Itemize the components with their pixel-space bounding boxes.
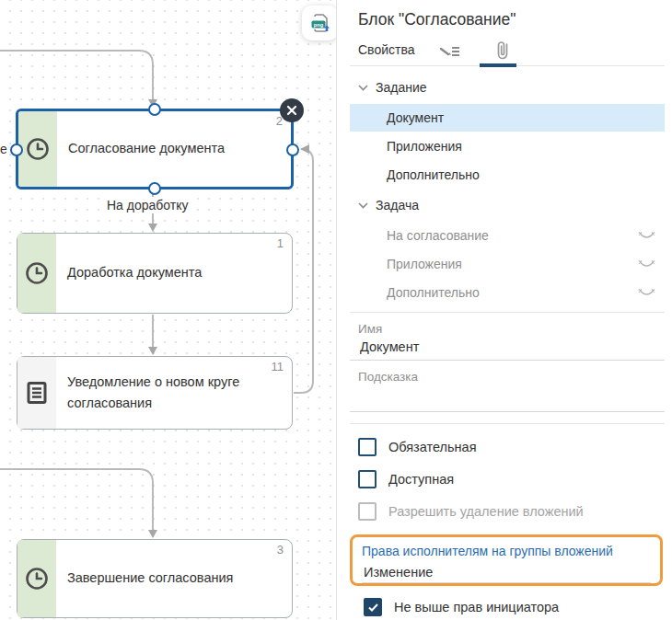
tree-item-additional[interactable]: Дополнительно: [350, 161, 665, 189]
block-side-panel: [17, 234, 56, 313]
hint-field-label: Подсказка: [358, 370, 665, 384]
port-left[interactable]: [10, 144, 23, 156]
checkbox-initiator-rights[interactable]: Не выше прав инициатора: [364, 598, 665, 616]
paperclip-icon: [495, 40, 510, 62]
panel-title: Блок "Согласование": [358, 10, 665, 29]
checkbox-box[interactable]: [364, 598, 382, 616]
block-finish[interactable]: Завершение согласования 3: [17, 539, 293, 618]
clock-icon: [25, 261, 49, 285]
link-icon: [638, 259, 655, 270]
edge-into-finish: [0, 469, 153, 530]
tree-item-label: Приложения: [387, 139, 462, 154]
rights-group-highlight: Права исполнителям на группы вложений Из…: [350, 534, 663, 586]
tree-item-label: Документ: [387, 110, 444, 125]
properties-panel: Блок "Согласование" Свойства Задание Док…: [337, 0, 672, 620]
chevron-down-icon: [358, 85, 368, 91]
panel-tabs: Свойства: [350, 40, 665, 66]
checkbox-label: Доступная: [388, 472, 454, 487]
edge-label-fragment: е: [0, 141, 9, 157]
tree-group-label: Задание: [376, 80, 427, 95]
chevron-down-icon: [358, 202, 368, 209]
block-rework[interactable]: Доработка документа 1: [17, 233, 293, 314]
tree-group-assignment[interactable]: Задание: [350, 72, 665, 103]
checkbox-label: Обязательная: [388, 440, 477, 454]
tree-item-label: На согласование: [387, 228, 489, 243]
tree-item-document[interactable]: Документ: [350, 104, 665, 132]
clock-icon: [25, 567, 49, 591]
tab-signing[interactable]: [438, 40, 462, 63]
hint-input[interactable]: [360, 387, 665, 408]
tree-group-task[interactable]: Задача: [350, 189, 665, 221]
document-icon: [26, 381, 48, 405]
pen-list-icon: [438, 40, 462, 60]
link-icon: [638, 288, 655, 298]
block-side-panel: [17, 540, 56, 617]
checkbox-allow-deletion: Разрешить удаление вложений: [358, 502, 665, 521]
port-bottom[interactable]: [148, 182, 161, 195]
edge-into-approval: [0, 51, 153, 99]
rights-group-link[interactable]: Права исполнителям на группы вложений: [362, 544, 651, 558]
tab-properties[interactable]: Свойства: [358, 42, 414, 57]
tree-item-label: Дополнительно: [387, 167, 480, 182]
block-notification[interactable]: Уведомление о новом круге согласования 1…: [17, 356, 293, 430]
checkbox-box[interactable]: [358, 470, 377, 488]
block-side-panel: [18, 111, 57, 187]
port-right[interactable]: [286, 144, 299, 156]
block-side-panel: [17, 357, 56, 429]
tree-item-label: Дополнительно: [387, 285, 480, 300]
tree-item-attachments[interactable]: Приложения: [350, 132, 665, 160]
svg-text:png: png: [313, 22, 323, 28]
block-title: Уведомление о новом круге согласования: [67, 372, 281, 414]
hint-field-group: Подсказка: [350, 370, 665, 412]
block-number: 3: [277, 543, 284, 557]
checkbox-available[interactable]: Доступная: [358, 470, 665, 488]
name-field-group: Имя Документ: [350, 322, 665, 361]
export-png-button[interactable]: png: [302, 6, 337, 40]
check-icon: [368, 603, 378, 612]
close-icon: [286, 105, 297, 116]
tree-item-task-additional[interactable]: Дополнительно: [350, 279, 665, 306]
block-approval[interactable]: Согласование документа 2: [16, 109, 294, 189]
divider: [350, 423, 665, 424]
workflow-canvas[interactable]: е Согласование документа 2 На доработку: [0, 0, 337, 620]
block-title: Доработка документа: [67, 262, 281, 283]
tree-item-label: Приложения: [387, 257, 462, 271]
edge-notification-to-approval: [294, 149, 313, 393]
checkbox-box[interactable]: [358, 438, 377, 456]
name-input[interactable]: Документ: [360, 339, 665, 356]
edge-label-rework: На доработку: [102, 197, 193, 213]
block-number: 1: [277, 236, 284, 250]
active-tab-indicator: [480, 63, 516, 67]
block-number: 11: [272, 360, 284, 373]
export-png-icon: png: [309, 12, 331, 34]
checkbox-label: Разрешить удаление вложений: [388, 504, 584, 519]
tab-attachments[interactable]: [495, 40, 510, 65]
port-top[interactable]: [148, 103, 161, 116]
checkbox-label: Не выше прав инициатора: [394, 600, 559, 614]
link-icon: [638, 231, 655, 241]
name-field-label: Имя: [358, 322, 665, 336]
divider: [350, 312, 665, 313]
tree-item-for-approval[interactable]: На согласование: [350, 222, 665, 249]
checkbox-box: [358, 502, 377, 521]
block-title: Согласование документа: [68, 138, 280, 159]
delete-block-button[interactable]: [280, 98, 304, 122]
checkbox-required[interactable]: Обязательная: [358, 438, 665, 456]
tree-group-label: Задача: [376, 198, 419, 212]
block-title: Завершение согласования: [67, 568, 281, 589]
clock-icon: [26, 137, 50, 161]
rights-value-select[interactable]: Изменение: [362, 565, 651, 583]
tree-item-task-attachments[interactable]: Приложения: [350, 250, 665, 278]
